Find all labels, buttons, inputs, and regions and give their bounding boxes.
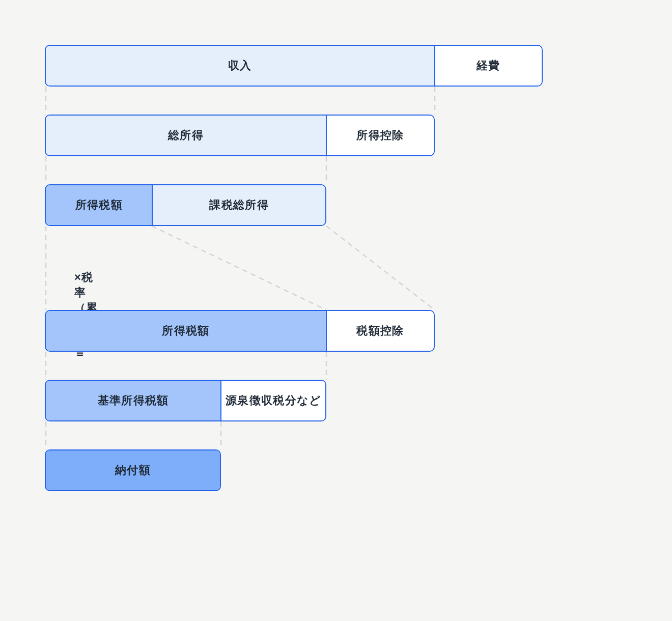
seg-income-tax-amount-small: 所得税額	[46, 185, 152, 225]
row-income: 収入 経費	[45, 45, 543, 87]
seg-taxable-gross-income: 課税総所得	[152, 185, 325, 225]
row-payment: 納付額	[45, 449, 221, 491]
row-taxable-income: 所得税額 課税総所得	[45, 184, 326, 226]
seg-gross-income: 総所得	[46, 116, 326, 155]
seg-withholding: 源泉徴収税分など	[220, 381, 325, 420]
seg-income-deduction: 所得控除	[326, 116, 434, 155]
seg-income: 収入	[46, 46, 434, 86]
svg-line-6	[326, 226, 435, 310]
svg-line-5	[152, 226, 326, 310]
row-gross-income: 総所得 所得控除	[45, 115, 435, 156]
seg-payment-amount: 納付額	[46, 450, 220, 490]
seg-tax-credit: 税額控除	[326, 311, 434, 351]
seg-income-tax-amount: 所得税額	[46, 311, 326, 351]
seg-base-income-tax: 基準所得税額	[46, 381, 220, 420]
row-income-tax: 所得税額 税額控除	[45, 310, 435, 352]
row-base-income-tax: 基準所得税額 源泉徴収税分など	[45, 380, 326, 421]
seg-expenses: 経費	[434, 46, 542, 86]
